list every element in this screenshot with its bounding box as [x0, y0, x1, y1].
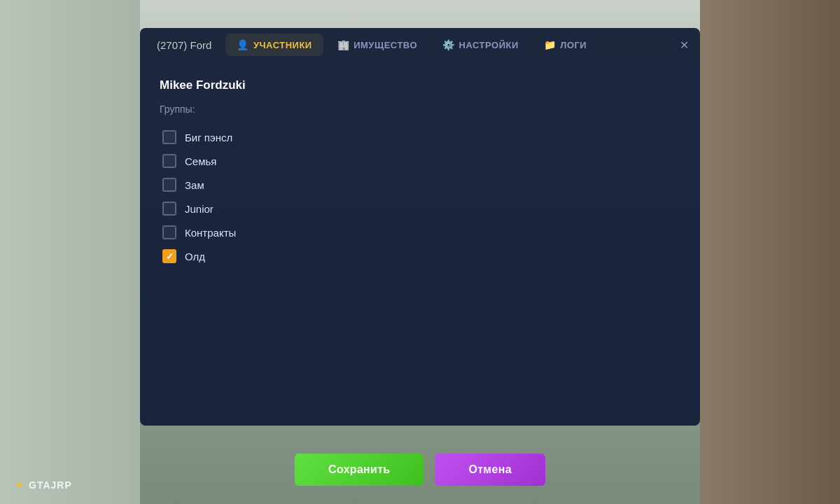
- group-item-zam[interactable]: Зам: [160, 174, 680, 196]
- tab-settings-label: НАСТРОЙКИ: [459, 40, 519, 50]
- group-item-family[interactable]: Семья: [160, 150, 680, 172]
- close-button[interactable]: ✕: [674, 36, 694, 55]
- overlay: (2707) Ford 👤 УЧАСТНИКИ 🏢 ИМУЩЕСТВО ⚙️ Н…: [0, 0, 840, 504]
- checkbox-old[interactable]: [162, 249, 176, 263]
- watermark-text: GTAJRP: [29, 479, 72, 491]
- tab-property[interactable]: 🏢 ИМУЩЕСТВО: [326, 34, 428, 56]
- group-name-junior: Junior: [185, 203, 214, 215]
- content-panel: Mikee Fordzuki Группы: Биг пэнсл Семья З…: [140, 62, 700, 426]
- checkbox-big-pencil[interactable]: [162, 130, 176, 144]
- tab-participants-label: УЧАСТНИКИ: [253, 40, 312, 50]
- checkbox-family[interactable]: [162, 154, 176, 168]
- group-name-big-pencil: Биг пэнсл: [185, 132, 232, 144]
- window-title: (2707) Ford: [146, 39, 223, 51]
- tab-logs-label: ЛОГИ: [560, 40, 587, 50]
- group-name-zam: Зам: [185, 179, 204, 191]
- group-item-old[interactable]: Олд: [160, 245, 680, 267]
- tab-logs[interactable]: 📁 ЛОГИ: [533, 34, 598, 56]
- tab-property-label: ИМУЩЕСТВО: [354, 40, 417, 50]
- button-row: Сохранить Отмена: [140, 442, 700, 491]
- participants-icon: 👤: [237, 39, 249, 50]
- group-list: Биг пэнсл Семья Зам Junior Контракты: [160, 126, 680, 267]
- tab-participants[interactable]: 👤 УЧАСТНИКИ: [225, 34, 323, 56]
- property-icon: 🏢: [337, 39, 350, 50]
- group-name-family: Семья: [185, 155, 216, 167]
- group-item-junior[interactable]: Junior: [160, 197, 680, 220]
- star-icon: ✦: [14, 477, 24, 493]
- settings-icon: ⚙️: [442, 39, 455, 50]
- tab-settings[interactable]: ⚙️ НАСТРОЙКИ: [431, 34, 530, 56]
- group-name-contracts: Контракты: [185, 227, 236, 239]
- save-button[interactable]: Сохранить: [295, 454, 424, 486]
- checkbox-junior[interactable]: [162, 202, 176, 216]
- logs-icon: 📁: [544, 39, 556, 50]
- main-window: (2707) Ford 👤 УЧАСТНИКИ 🏢 ИМУЩЕСТВО ⚙️ Н…: [140, 28, 700, 491]
- group-name-old: Олд: [185, 251, 205, 262]
- group-item-contracts[interactable]: Контракты: [160, 221, 680, 244]
- tab-bar: (2707) Ford 👤 УЧАСТНИКИ 🏢 ИМУЩЕСТВО ⚙️ Н…: [140, 28, 700, 62]
- groups-label: Группы:: [160, 104, 680, 115]
- cancel-button[interactable]: Отмена: [435, 454, 545, 486]
- watermark: ✦ GTAJRP: [14, 477, 72, 493]
- member-name: Mikee Fordzuki: [160, 78, 680, 92]
- checkbox-contracts[interactable]: [162, 225, 176, 239]
- checkbox-zam[interactable]: [162, 178, 176, 192]
- group-item-big-pencil[interactable]: Биг пэнсл: [160, 126, 680, 148]
